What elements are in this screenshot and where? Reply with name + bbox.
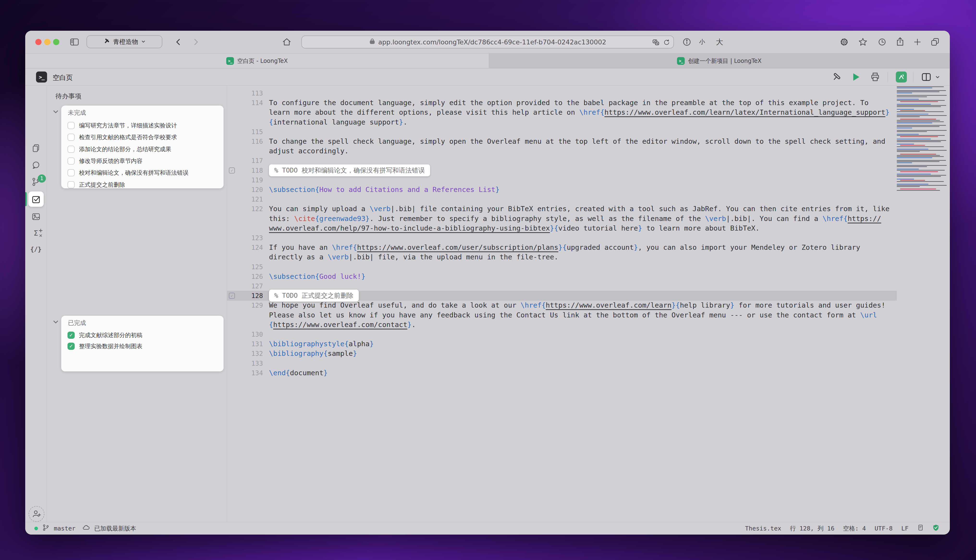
cursor-position[interactable]: 行 128, 列 16 <box>790 525 834 532</box>
close-window-button[interactable] <box>35 39 42 45</box>
collapse-chevron-icon[interactable] <box>53 319 59 326</box>
code-line-133[interactable]: 133 <box>227 358 897 368</box>
back-button[interactable] <box>174 37 183 48</box>
code-line-134[interactable]: 134\end{document} <box>227 368 897 378</box>
todo-item-checkbox[interactable] <box>67 146 75 153</box>
todo-item-checkbox[interactable] <box>67 122 75 129</box>
tab-new-project[interactable]: >_ 创建一个新项目 | LoongTeX <box>489 53 950 68</box>
minimap-line <box>897 160 946 161</box>
url-bar[interactable]: app.loongtex.com/loongTeX/dc786cc4-69ce-… <box>301 35 674 48</box>
todo-item-checkbox[interactable] <box>67 133 75 141</box>
git-branch-name[interactable]: master <box>54 525 75 532</box>
code-line-wrap[interactable]: learn more about the different options, … <box>227 107 897 117</box>
code-line-wrap[interactable]: {https://www.overleaf.com/contact}. <box>227 320 897 330</box>
minimap-line <box>897 115 947 116</box>
build-hammer-icon[interactable] <box>831 72 842 83</box>
share-icon[interactable] <box>895 37 905 48</box>
math-sigma-icon[interactable]: Σ <box>33 229 38 237</box>
compile-play-button[interactable] <box>851 72 861 83</box>
minimap[interactable] <box>897 87 949 522</box>
todo-item-checkbox[interactable] <box>67 181 75 188</box>
reload-icon[interactable] <box>663 39 670 48</box>
git-branch-small-icon[interactable] <box>42 524 50 533</box>
code-line-119[interactable]: 119 <box>227 175 897 185</box>
tab-group-button[interactable]: 青橙造物 <box>87 35 162 48</box>
todo-comment-badge[interactable]: % TODO 正式提交之前删除 <box>269 290 359 302</box>
latex-preview-button[interactable] <box>896 72 907 83</box>
eol-setting[interactable]: LF <box>901 525 909 532</box>
todo-item-checkbox[interactable] <box>67 157 75 165</box>
minimap-line <box>897 175 946 176</box>
line-number: 127 <box>227 281 263 291</box>
encoding-setting[interactable]: UTF-8 <box>875 525 892 532</box>
code-line-130[interactable]: 130 <box>227 330 897 339</box>
minimap-line <box>897 99 919 100</box>
line-number: 121 <box>227 194 263 204</box>
code-line-124[interactable]: 124If you have an \href{https://www.over… <box>227 243 897 252</box>
todo-item-checkbox[interactable]: ✓ <box>67 332 75 339</box>
chevron-down-icon[interactable] <box>935 75 940 81</box>
translate-icon[interactable] <box>652 39 660 48</box>
active-file-name[interactable]: Thesis.tex <box>745 525 781 532</box>
minimap-line <box>900 110 925 111</box>
todo-gutter-icon[interactable]: ✓ <box>229 293 235 299</box>
font-smaller-button[interactable]: 小 <box>699 38 705 46</box>
maximize-window-button[interactable] <box>53 39 59 45</box>
code-line-125[interactable]: 125 <box>227 262 897 272</box>
code-line-114[interactable]: 114To configure the document language, s… <box>227 98 897 108</box>
tab-blank-page[interactable]: >_ 空白页 - LoongTeX <box>25 53 489 68</box>
chat-icon[interactable] <box>32 160 40 171</box>
sidebar-toggle-icon[interactable] <box>70 37 79 48</box>
split-view-button[interactable] <box>921 72 932 83</box>
code-line-118[interactable]: 118✓% TODO 校对和编辑论文，确保没有拼写和语法错误 <box>227 165 897 175</box>
code-line-128[interactable]: 128✓% TODO 正式提交之前删除 <box>227 291 897 301</box>
tab-strip: >_ 空白页 - LoongTeX >_ 创建一个新项目 | LoongTeX <box>25 53 950 68</box>
document-info-icon[interactable] <box>917 524 924 532</box>
code-line-129[interactable]: 129We hope you find Overleaf useful, and… <box>227 300 897 310</box>
code-line-115[interactable]: 115 <box>227 127 897 137</box>
home-icon[interactable] <box>282 37 292 48</box>
forward-button[interactable] <box>191 37 201 48</box>
settings-gear-icon[interactable] <box>839 37 849 48</box>
code-line-116[interactable]: 116To change the spell check language, s… <box>227 137 897 147</box>
bookmarks-star-icon[interactable] <box>858 37 868 48</box>
files-icon[interactable] <box>32 144 40 154</box>
history-clock-icon[interactable] <box>877 37 887 48</box>
todo-gutter-icon[interactable]: ✓ <box>229 167 235 173</box>
minimize-window-button[interactable] <box>44 39 50 45</box>
code-line-wrap[interactable]: directly as a \verb|.bib| file, via the … <box>227 252 897 262</box>
security-shield-icon[interactable] <box>933 524 939 532</box>
tab-overview-icon[interactable] <box>930 37 940 48</box>
sync-status-text: 已加载最新版本 <box>94 525 136 532</box>
code-line-wrap[interactable]: adjust accordingly. <box>227 146 897 156</box>
minimap-line <box>897 126 939 127</box>
code-line-123[interactable]: 123 <box>227 233 897 243</box>
code-line-121[interactable]: 121 <box>227 194 897 204</box>
code-line-wrap[interactable]: {international language support}. <box>227 117 897 127</box>
image-icon[interactable] <box>32 212 40 222</box>
new-tab-plus-icon[interactable] <box>912 37 922 48</box>
code-line-126[interactable]: 126\subsection{Good luck!} <box>227 272 897 282</box>
code-editor[interactable]: 113114To configure the document language… <box>227 86 897 522</box>
minimap-line <box>900 188 936 189</box>
code-line-120[interactable]: 120\subsection{How to add Citations and … <box>227 185 897 195</box>
code-line-122[interactable]: 122You can simply upload a \verb|.bib| f… <box>227 204 897 214</box>
font-larger-button[interactable]: 大 <box>716 37 723 47</box>
collapse-chevron-icon[interactable] <box>53 109 59 116</box>
print-icon[interactable] <box>870 72 881 83</box>
todo-comment-badge[interactable]: % TODO 校对和编辑论文，确保没有拼写和语法错误 <box>269 164 430 177</box>
app-header: >_ 空白页 <box>25 68 950 86</box>
todo-checkbox-icon[interactable] <box>31 195 41 205</box>
code-line-wrap[interactable]: Please also let us know if you have any … <box>227 310 897 320</box>
code-line-wrap[interactable]: this: \cite{greenwade93}. Just remember … <box>227 214 897 223</box>
code-line-131[interactable]: 131\bibliographystyle{alpha} <box>227 339 897 349</box>
code-line-132[interactable]: 132\bibliography{sample} <box>227 348 897 358</box>
code-line-wrap[interactable]: www.overleaf.com/help/97-how-to-include-… <box>227 223 897 233</box>
code-line-113[interactable]: 113 <box>227 88 897 98</box>
todo-item-checkbox[interactable] <box>67 169 75 177</box>
code-snippets-icon[interactable]: {/} <box>30 246 42 253</box>
info-icon[interactable] <box>682 37 692 48</box>
add-collaborator-icon[interactable] <box>28 506 44 522</box>
todo-item-checkbox[interactable]: ✓ <box>67 343 75 350</box>
indentation-setting[interactable]: 空格: 4 <box>843 525 866 532</box>
